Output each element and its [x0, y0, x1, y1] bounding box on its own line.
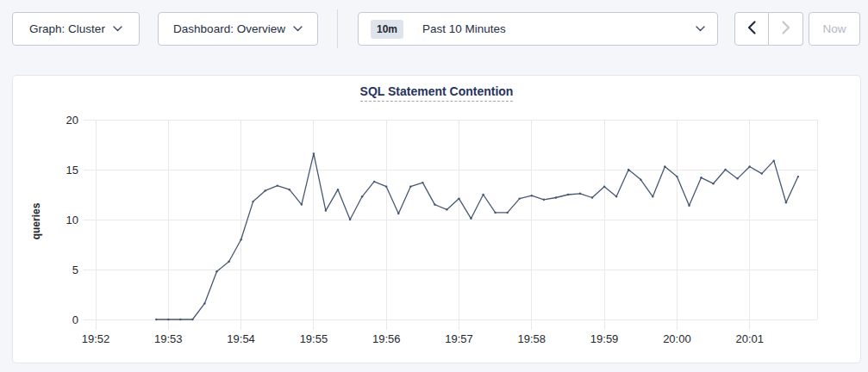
- graph-dropdown-label: Graph: Cluster: [29, 22, 105, 35]
- svg-text:19:57: 19:57: [445, 332, 473, 345]
- toolbar-divider: [337, 9, 338, 48]
- series-line: [156, 153, 798, 319]
- chevron-left-icon: [747, 21, 756, 38]
- gridlines: [84, 120, 817, 330]
- svg-text:19:53: 19:53: [154, 332, 183, 345]
- svg-text:19:58: 19:58: [518, 332, 546, 345]
- svg-text:10: 10: [66, 214, 78, 226]
- toolbar: Graph: Cluster Dashboard: Overview 10m P…: [0, 0, 868, 75]
- time-range-dropdown[interactable]: 10m Past 10 Minutes: [358, 12, 718, 46]
- chevron-down-icon: [696, 26, 705, 32]
- svg-text:19:56: 19:56: [372, 332, 401, 345]
- svg-text:20: 20: [66, 114, 78, 127]
- svg-text:19:59: 19:59: [590, 332, 619, 345]
- svg-text:20:00: 20:00: [663, 332, 691, 345]
- svg-text:15: 15: [66, 164, 78, 177]
- chevron-down-icon: [113, 26, 122, 32]
- dashboard-dropdown[interactable]: Dashboard: Overview: [158, 12, 318, 46]
- chart-plot-area[interactable]: 0510152019:5219:5319:5419:5519:5619:5719…: [13, 76, 862, 364]
- chevron-right-icon: [782, 21, 790, 38]
- prev-range-button[interactable]: [734, 12, 769, 46]
- svg-text:19:54: 19:54: [227, 332, 255, 345]
- svg-text:0: 0: [72, 313, 78, 326]
- dashboard-dropdown-label: Dashboard: Overview: [173, 22, 285, 35]
- contention-chart-svg: 0510152019:5219:5319:5419:5519:5619:5719…: [13, 76, 862, 364]
- next-range-button[interactable]: [769, 12, 803, 46]
- now-button[interactable]: Now: [809, 12, 860, 46]
- svg-text:19:52: 19:52: [82, 332, 110, 345]
- time-range-badge: 10m: [371, 20, 403, 39]
- graph-dropdown[interactable]: Graph: Cluster: [12, 12, 140, 46]
- svg-text:20:01: 20:01: [735, 332, 764, 345]
- time-nav-group: [734, 12, 803, 46]
- y-axis-tick-labels: 05101520: [66, 114, 78, 326]
- y-axis-title: queries: [30, 202, 42, 239]
- x-axis-tick-labels: 19:5219:5319:5419:5519:5619:5719:5819:59…: [82, 332, 764, 345]
- svg-text:19:55: 19:55: [300, 332, 328, 345]
- time-range-label: Past 10 Minutes: [422, 22, 506, 35]
- chart-card: SQL Statement Contention 0510152019:5219…: [12, 75, 861, 363]
- svg-text:5: 5: [72, 264, 78, 276]
- chevron-down-icon: [293, 26, 303, 32]
